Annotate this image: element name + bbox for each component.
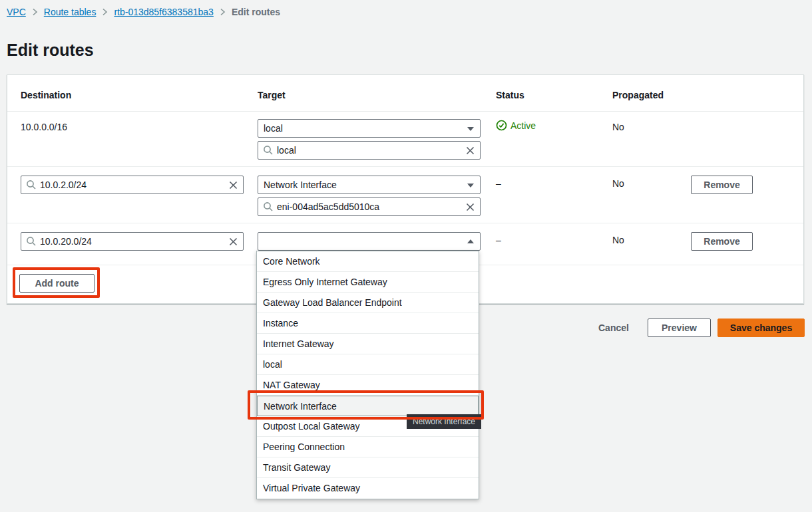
magnifier-icon xyxy=(26,236,37,249)
propagated-value: No xyxy=(612,178,624,189)
page-title: Edit routes xyxy=(7,41,94,60)
row-divider xyxy=(7,223,803,223)
destination-value: 10.0.0.0/16 xyxy=(21,122,67,132)
status-label: Active xyxy=(510,120,536,131)
dropdown-option[interactable]: Transit Gateway xyxy=(257,457,479,478)
chevron-down-icon xyxy=(467,184,474,188)
column-header-propagated: Propagated xyxy=(612,90,664,100)
remove-route-button[interactable]: Remove xyxy=(691,232,753,251)
magnifier-icon xyxy=(26,180,37,193)
chevron-right-icon xyxy=(102,7,108,17)
save-changes-button[interactable]: Save changes xyxy=(717,319,805,337)
status-value: – xyxy=(496,178,501,189)
row-divider xyxy=(7,166,803,167)
header-divider xyxy=(7,111,803,112)
chevron-right-icon xyxy=(220,7,226,17)
chevron-up-icon xyxy=(467,239,474,243)
target-search-box xyxy=(258,141,481,160)
destination-search-input[interactable] xyxy=(40,177,220,193)
target-type-dropdown-panel: Core Network Egress Only Internet Gatewa… xyxy=(256,251,479,499)
target-search-input[interactable] xyxy=(277,199,457,215)
target-type-selected-value: local xyxy=(264,123,283,134)
column-header-status: Status xyxy=(496,90,524,100)
dropdown-option[interactable]: Instance xyxy=(257,313,479,334)
dropdown-option[interactable]: NAT Gateway xyxy=(257,375,479,396)
status-badge: Active xyxy=(496,120,536,131)
target-type-select[interactable]: Network Interface xyxy=(258,176,481,194)
dropdown-option[interactable]: local xyxy=(257,354,479,375)
target-search-input[interactable] xyxy=(277,142,457,158)
add-route-button[interactable]: Add route xyxy=(19,274,95,293)
check-circle-icon xyxy=(496,120,507,131)
destination-search-box xyxy=(21,176,244,194)
clear-x-icon[interactable] xyxy=(465,146,475,158)
magnifier-icon xyxy=(263,145,274,158)
dropdown-option[interactable]: Virtual Private Gateway xyxy=(257,478,479,499)
breadcrumb: VPC Route tables rtb-013d85f6383581ba3 E… xyxy=(7,5,280,19)
dropdown-option-network-interface[interactable]: Network Interface xyxy=(257,396,479,416)
destination-search-box xyxy=(21,232,244,251)
magnifier-icon xyxy=(263,201,274,215)
dropdown-option[interactable]: Gateway Load Balancer Endpoint xyxy=(257,293,479,313)
clear-x-icon[interactable] xyxy=(228,180,238,193)
status-value: – xyxy=(496,235,501,245)
breadcrumb-link-route-tables[interactable]: Route tables xyxy=(44,7,97,17)
target-type-select[interactable]: local xyxy=(258,119,481,138)
target-type-select-open[interactable] xyxy=(258,232,481,251)
breadcrumb-link-route-table-id[interactable]: rtb-013d85f6383581ba3 xyxy=(114,7,213,17)
target-search-box xyxy=(258,197,481,216)
breadcrumb-current: Edit routes xyxy=(232,7,280,17)
propagated-value: No xyxy=(612,235,624,245)
chevron-down-icon xyxy=(467,127,474,131)
remove-route-button[interactable]: Remove xyxy=(691,176,753,194)
target-type-selected-value: Network Interface xyxy=(264,180,337,190)
dropdown-option[interactable]: Egress Only Internet Gateway xyxy=(257,272,479,293)
clear-x-icon[interactable] xyxy=(465,202,475,215)
dropdown-option[interactable]: Peering Connection xyxy=(257,437,479,457)
destination-search-input[interactable] xyxy=(40,233,220,249)
breadcrumb-link-vpc[interactable]: VPC xyxy=(7,7,26,17)
column-header-target: Target xyxy=(258,90,286,100)
cancel-button[interactable]: Cancel xyxy=(598,319,629,337)
column-header-destination: Destination xyxy=(21,90,71,100)
chevron-right-icon xyxy=(32,7,38,17)
edit-routes-page: VPC Route tables rtb-013d85f6383581ba3 E… xyxy=(0,0,812,512)
clear-x-icon[interactable] xyxy=(228,237,238,249)
dropdown-option[interactable]: Internet Gateway xyxy=(257,334,479,354)
propagated-value: No xyxy=(612,122,624,132)
preview-button[interactable]: Preview xyxy=(648,319,711,337)
option-tooltip: Network Interface xyxy=(407,414,481,429)
dropdown-option[interactable]: Core Network xyxy=(257,251,479,272)
